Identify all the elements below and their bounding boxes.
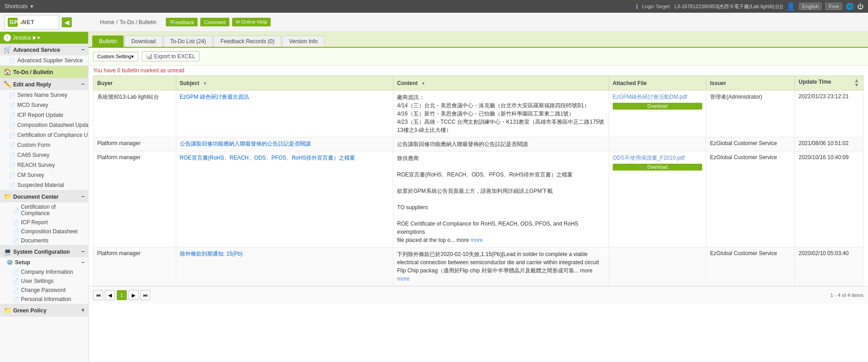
help-button[interactable]: ✉ Online Help [232,18,271,26]
download-button[interactable]: Download [613,103,703,110]
sidebar-username[interactable]: Jessica ■ ▾ [13,35,40,41]
shortcuts-label[interactable]: Shortcuts [5,3,28,10]
page-first-button[interactable]: ⏮ [93,290,103,300]
sidebar-toggle[interactable]: ◀ [62,17,72,27]
breadcrumb-current: To-Do / Bulletin [119,19,156,25]
cell-subject[interactable]: 除外條款到期通知: 15(Pb) [176,247,393,286]
sort-down-icon[interactable]: ▼ [854,83,859,88]
lang-button[interactable]: English [799,3,822,10]
doc-icon: 📄 [13,220,19,226]
sidebar-item-custom-form[interactable]: 📄 Custom Form [0,140,88,150]
sidebar-item-composition-datasheet-update[interactable]: 📄 Composition Datasheet Update [0,120,88,130]
cell-subject[interactable]: EzGPM 綠色研討會週次資訊 [176,90,393,137]
logout-icon[interactable]: ⏻ [857,3,863,10]
main-layout: J Jessica ■ ▾ 🛒Advanced Service − 📄 Adva… [0,32,868,362]
cell-subject[interactable]: 公告讓取回修功能應納入聯最發佈的公告註記是否閱讀 [176,137,393,151]
export-excel-button[interactable]: 📊 Export to EXCEL [142,51,199,61]
pagination: ⏮ ◀ 1 ▶ ⏭ 1 - 4 of 4 items [89,286,868,304]
sidebar-item-mcd-survey[interactable]: 📄 MCD Survey [0,100,88,110]
sidebar-item-change-password[interactable]: 📄 Change Password [0,286,88,295]
edit-icon: ✏️ [4,80,11,88]
unread-notice: You have 0 bulletin marked as unread [89,65,868,75]
sidebar-section-header-document-center[interactable]: 📁Document Center − [0,191,88,202]
col-header-issuer: Issuer [706,76,795,90]
download-button[interactable]: Download [613,164,703,171]
plan-button[interactable]: Free [825,3,842,10]
tab-bulletin[interactable]: Bulletin [92,35,124,47]
sidebar-user[interactable]: J Jessica ■ ▾ [0,32,88,44]
cell-update-time: 2021/08/06 10:51:02 [795,137,863,151]
cell-buyer: 系統號8013-Lab light站台 [94,90,176,137]
page-next-button[interactable]: ▶ [129,290,139,300]
sidebar-item-cm-survey[interactable]: 📄 CM Survey [0,170,88,180]
sidebar-section-header-green-policy[interactable]: 📁Green Policy + [0,304,88,316]
content-more-link[interactable]: more [397,276,409,282]
feedback-button[interactable]: ?Feedback [166,18,198,26]
content-filter-icon[interactable]: ▼ [421,81,426,86]
doc-icon: 📄 [9,102,15,108]
user-icon[interactable]: 👤 [786,2,795,11]
doc-icon: 📄 [9,92,15,98]
doc-icon: 📄 [13,278,19,284]
cell-issuer: 管理者(Administrator) [706,90,795,137]
sidebar-item-ca65-survey[interactable]: 📄 CA65 Survey [0,150,88,160]
sidebar-item-personal-info[interactable]: 📄 Personal Information [0,295,88,304]
cell-attached-file: EzGPM綠色研討會活動DM.pdfDownload [609,90,706,137]
comment-button[interactable]: Comment [200,18,229,26]
folder-icon: 📁 [4,193,11,200]
gear-icon: ⚙️ [6,259,13,266]
breadcrumb-home[interactable]: Home [100,19,114,25]
sidebar-item-documents[interactable]: 📄 Documents [0,236,88,245]
sidebar-item-setup[interactable]: ⚙️ Setup − [0,257,88,267]
tab-download[interactable]: Download [124,35,162,47]
sidebar-item-suspected-material[interactable]: 📄 Suspected Material [0,180,88,190]
cell-issuer: EzGlobal Customer Service [706,151,795,247]
sidebar-item-advanced-supplier-service[interactable]: 📄 Advanced Supplier Service [0,55,88,65]
sidebar-item-icp-report-update[interactable]: 📄 ICP Report Update [0,110,88,120]
doc-icon: 📄 [13,238,19,244]
logo-area: GPM ▲ NET ◀ [5,15,95,30]
sidebar-item-icp-report[interactable]: 📄 ICP Report [0,218,88,227]
subject-filter-icon[interactable]: ▼ [203,81,207,86]
sidebar-section-system-config: 💻System Configuration − ⚙️ Setup − 📄 Com… [0,246,88,304]
cell-update-time: 2020/10/16 10:40:09 [795,151,863,247]
sidebar-section-header-edit-reply[interactable]: ✏️Edit and Reply − [0,78,88,90]
shortcuts-arrow: ▾ [30,3,33,10]
header: GPM ▲ NET ◀ Home / To-Do / Bulletin ?Fee… [0,13,868,32]
cell-attached-file: ODS不使用保證書_F2010.pdfDownload [609,151,706,247]
cell-content: 公告讓取回修功能應納入聯最發佈的公告註記是否閱讀 [393,137,609,151]
sidebar-item-user-settings[interactable]: 📄 User Settings [0,277,88,286]
table-row: Platform manager公告讓取回修功能應納入聯最發佈的公告註記是否閱讀… [94,137,863,151]
file-link[interactable]: ODS不使用保證書_F2010.pdf [613,154,703,162]
sidebar-item-cert-compliance-up[interactable]: 📄 Certification of Compliance Up... [0,130,88,140]
page-last-button[interactable]: ⏭ [140,290,150,300]
doc-icon: 📄 [9,122,15,128]
tab-feedback-records[interactable]: Feedback Records (0) [213,35,281,47]
cell-attached-file [609,137,706,151]
tab-todo-list[interactable]: To-Do List (24) [164,35,213,47]
page-1-button[interactable]: 1 [117,290,127,300]
sidebar-section-header-todo[interactable]: 🏠To-Do / Bulletin [0,66,88,78]
cell-issuer: EzGlobal Customer Service [706,137,795,151]
sidebar-item-company-info[interactable]: 📄 Company Information [0,267,88,277]
sidebar-item-cert-compliance[interactable]: 📄 Certification of Compliance [0,202,88,218]
sidebar-item-composition-datasheet[interactable]: 📄 Composition Datasheet [0,227,88,236]
sidebar-section-header-system-config[interactable]: 💻System Configuration − [0,246,88,257]
cell-attached-file [609,247,706,286]
tab-version-info[interactable]: Version Info [282,35,324,47]
cart-icon: 🛒 [4,46,11,53]
cell-subject[interactable]: ROE宣言書(RoHS、REACH、ODS、PFOS、RoHS排外宣言書）之檔案 [176,151,393,247]
custom-setting-button[interactable]: Custom Setting▾ [93,52,138,61]
home-icon: 🏠 [4,68,11,75]
file-link[interactable]: EzGPM綠色研討會活動DM.pdf [613,93,703,101]
table-row: Platform managerROE宣言書(RoHS、REACH、ODS、PF… [94,151,863,247]
sidebar-item-reach-survey[interactable]: 📄 REACH Survey [0,160,88,170]
header-actions: ?Feedback Comment ✉ Online Help [166,18,271,26]
doc-icon: 📄 [9,142,15,148]
sidebar-section-header-advanced-service[interactable]: 🛒Advanced Service − [0,44,88,55]
page-prev-button[interactable]: ◀ [105,290,115,300]
sidebar-section-todo: 🏠To-Do / Bulletin [0,66,88,78]
sidebar-item-series-name-survey[interactable]: 📄 Series Name Survey [0,90,88,100]
content-more-link[interactable]: more [469,237,483,243]
globe-icon[interactable]: 🌐 [846,3,853,10]
